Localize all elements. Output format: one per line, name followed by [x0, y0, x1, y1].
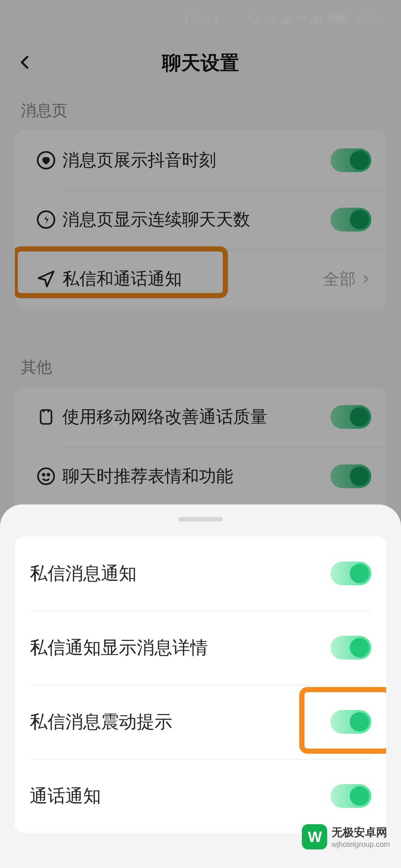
chevron-right-icon [360, 272, 371, 286]
svg-point-8 [43, 474, 45, 476]
back-button[interactable] [17, 51, 33, 75]
row-dm-call-notifications[interactable]: 私信和通话通知 全部 [15, 249, 386, 309]
section-header-other: 其他 [0, 346, 401, 387]
smile-icon [36, 467, 56, 486]
watermark-brand: 无极安卓网 [332, 825, 390, 840]
message-page-card: 消息页展示抖音时刻 消息页显示连续聊天天数 私信和通话通知 全部 [15, 131, 386, 309]
sheet-card: 私信消息通知 私信通知显示消息详情 私信消息震动提示 通话通知 [15, 536, 386, 833]
chevron-left-icon [17, 51, 33, 73]
row-label: 私信消息通知 [30, 562, 330, 585]
toggle[interactable] [330, 208, 371, 231]
send-icon [36, 269, 56, 289]
row-label: 私信和通话通知 [62, 267, 323, 290]
toggle[interactable] [330, 464, 371, 488]
svg-rect-3 [348, 17, 350, 20]
toggle[interactable] [330, 636, 371, 660]
row-label: 私信消息震动提示 [30, 710, 330, 734]
row-label: 私信通知显示消息详情 [30, 636, 330, 660]
bolt-circle-icon [36, 210, 56, 230]
row-label: 聊天时推荐表情和功能 [62, 465, 330, 488]
row-recommend-emoji[interactable]: 聊天时推荐表情和功能 [15, 447, 386, 506]
watermark-logo-icon: W [302, 824, 327, 849]
sheet-row-call-notification[interactable]: 通话通知 [15, 759, 386, 833]
status-time: 15:23 [182, 10, 219, 27]
battery-percent: 97% [356, 10, 386, 27]
watermark: W 无极安卓网 wjhotelgroup.com [302, 824, 390, 849]
svg-rect-0 [251, 14, 258, 24]
svg-point-9 [48, 474, 49, 476]
toggle[interactable] [330, 710, 371, 734]
toggle[interactable] [330, 405, 371, 429]
svg-rect-2 [329, 15, 346, 22]
toggle[interactable] [330, 784, 371, 808]
page-title: 聊天设置 [162, 50, 239, 76]
row-mobile-network-call-quality[interactable]: 使用移动网络改善通话质量 [15, 387, 386, 447]
bottom-sheet: 私信消息通知 私信通知显示消息详情 私信消息震动提示 通话通知 [0, 504, 401, 868]
status-bar: 15:23 4G 4G 97% [0, 0, 401, 37]
section-header-message-page: 消息页 [0, 89, 401, 131]
row-label: 通话通知 [30, 784, 330, 808]
row-douyin-moments[interactable]: 消息页展示抖音时刻 [15, 131, 386, 190]
battery-icon [327, 13, 351, 24]
nav-bar: 聊天设置 [0, 37, 401, 89]
svg-point-7 [38, 468, 54, 484]
toggle[interactable] [330, 562, 371, 585]
row-label: 使用移动网络改善通话质量 [62, 405, 330, 428]
row-label: 消息页显示连续聊天天数 [62, 208, 330, 231]
row-label: 消息页展示抖音时刻 [62, 149, 330, 172]
sheet-row-dm-show-detail[interactable]: 私信通知显示消息详情 [15, 611, 386, 685]
watermark-url: wjhotelgroup.com [332, 840, 390, 849]
status-right-cluster: 4G 4G 97% [247, 10, 386, 27]
vibrate-icon [247, 11, 262, 26]
row-value: 全部 [323, 268, 356, 290]
sheet-row-dm-notification[interactable]: 私信消息通知 [15, 536, 386, 611]
signal-1-icon: 4G [267, 13, 292, 24]
svg-rect-6 [40, 410, 51, 424]
toggle[interactable] [330, 148, 371, 172]
sheet-row-dm-vibrate[interactable]: 私信消息震动提示 [15, 685, 386, 759]
heart-circle-icon [36, 150, 56, 170]
row-chat-days-count[interactable]: 消息页显示连续聊天天数 [15, 190, 386, 249]
signal-2-icon: 4G [297, 13, 322, 24]
sheet-drag-handle[interactable] [178, 517, 223, 522]
sim-icon [37, 408, 55, 426]
